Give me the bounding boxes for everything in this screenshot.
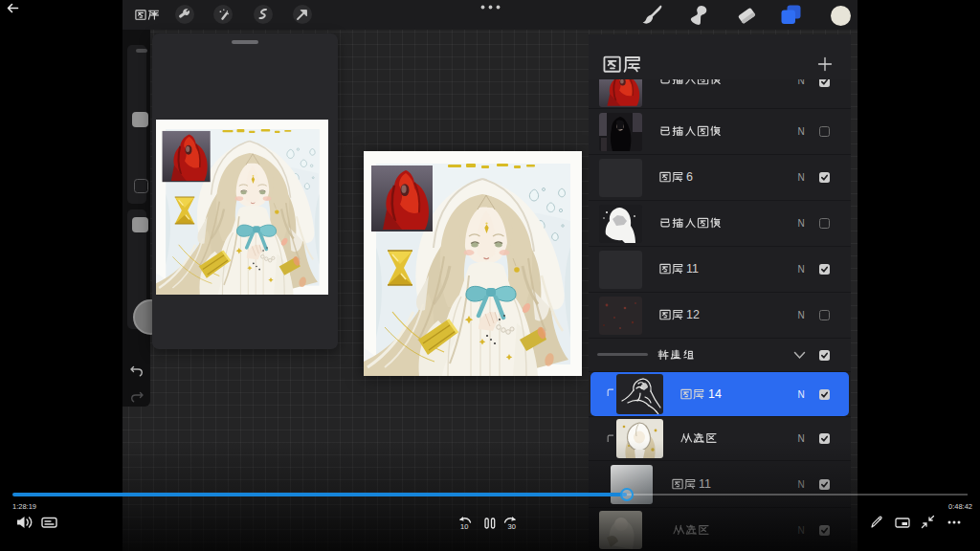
- svg-text:12: 12: [686, 308, 700, 321]
- svg-text:11: 11: [686, 262, 699, 276]
- svg-text:10: 10: [460, 522, 468, 530]
- svg-text:6: 6: [686, 170, 693, 184]
- svg-text:30: 30: [508, 522, 516, 530]
- svg-text:14: 14: [708, 387, 722, 401]
